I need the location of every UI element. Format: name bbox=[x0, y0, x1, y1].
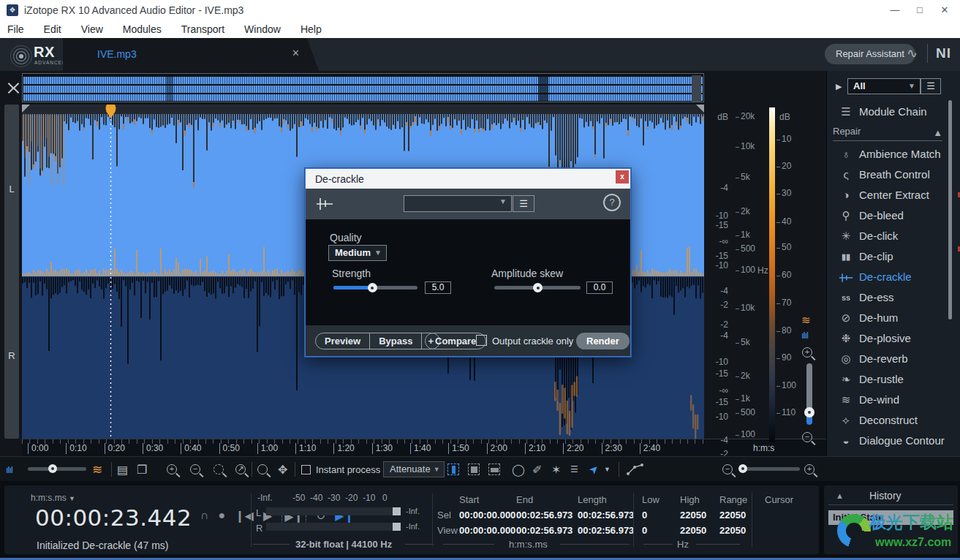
blend-slider[interactable] bbox=[28, 467, 86, 471]
sidebar-item-breath-control[interactable]: ςBreath Control bbox=[827, 164, 948, 185]
spectrogram-view-icon[interactable]: ≋ bbox=[801, 314, 811, 327]
gain-node-tool-icon[interactable] bbox=[626, 457, 645, 482]
sidebar-item-dialogue-contour[interactable]: ◒Dialogue Contour bbox=[827, 431, 948, 451]
repair-assistant-icon[interactable]: ∿ bbox=[907, 45, 918, 61]
spectrogram-color-scale[interactable] bbox=[769, 107, 775, 442]
output-crackle-only-checkbox[interactable] bbox=[476, 335, 487, 346]
maximize-button[interactable]: □ bbox=[909, 3, 931, 18]
time-format-dropdown[interactable]: h:m:s.ms ▼ bbox=[31, 493, 75, 503]
playhead-time-display[interactable]: 00:00:23.442 bbox=[35, 504, 192, 531]
close-button[interactable]: ✕ bbox=[934, 3, 956, 18]
waveform-view-icon[interactable]: ılıl bbox=[801, 330, 808, 341]
blend-slider-thumb[interactable] bbox=[48, 464, 57, 473]
sidebar-item-de-reverb[interactable]: ◎De-reverb bbox=[827, 349, 948, 369]
time-frequency-selection-tool[interactable] bbox=[468, 457, 480, 482]
sidebar-item-deconstruct[interactable]: ⟡Deconstruct bbox=[827, 410, 948, 431]
expand-chevron-icon[interactable] bbox=[8, 87, 20, 99]
module-filter-dropdown[interactable]: All ▼ bbox=[847, 78, 921, 94]
comments-panel-icon[interactable]: ❐ bbox=[137, 457, 147, 482]
sidebar-item-ambience-match[interactable]: ♁Ambience Match bbox=[827, 144, 948, 164]
record-icon[interactable]: ● bbox=[219, 509, 226, 524]
sidebar-play-icon[interactable]: ▶ bbox=[836, 82, 842, 91]
collapse-triangle-icon[interactable]: ▲ bbox=[933, 127, 942, 138]
frequency-selection-tool[interactable] bbox=[488, 457, 500, 482]
ambience-match-icon: ♁ bbox=[837, 144, 855, 164]
sidebar-item-de-bleed[interactable]: ⚲De-bleed bbox=[827, 205, 948, 226]
sidebar-item-de-rustle[interactable]: ❧De-rustle bbox=[827, 369, 948, 390]
zoom-out-vertical-icon[interactable]: − bbox=[802, 432, 812, 445]
menu-view[interactable]: View bbox=[81, 23, 103, 35]
sidebar-item-de-crackle[interactable]: De-crackle bbox=[827, 267, 948, 287]
overview-minimap[interactable] bbox=[22, 73, 704, 102]
notes-panel-icon[interactable]: ▤ bbox=[117, 457, 128, 482]
find-similar-icon[interactable] bbox=[257, 457, 268, 482]
render-button[interactable]: Render bbox=[576, 333, 630, 349]
sidebar-scrollbar[interactable] bbox=[948, 100, 952, 319]
preset-menu-button[interactable]: ☰ bbox=[513, 195, 534, 212]
instant-process-checkbox[interactable] bbox=[301, 457, 311, 482]
monitor-headphones-icon[interactable]: ∩ bbox=[200, 509, 209, 524]
channel-strip[interactable]: L R bbox=[4, 105, 19, 439]
adjust-lists-icon[interactable]: ☰ bbox=[570, 457, 578, 482]
waveform-blend-icon[interactable]: ılıl bbox=[6, 457, 12, 482]
time-selection-tool[interactable] bbox=[447, 457, 459, 482]
menu-file[interactable]: File bbox=[7, 23, 24, 35]
quality-dropdown[interactable]: Medium ▼ bbox=[328, 245, 387, 261]
vertical-zoom-slider-thumb[interactable] bbox=[804, 407, 815, 417]
zoom-out-icon[interactable]: − bbox=[190, 457, 200, 482]
spectrogram-settings-icon[interactable]: ≋ bbox=[92, 457, 102, 482]
menu-help[interactable]: Help bbox=[301, 23, 322, 35]
repair-assistant-button[interactable]: Repair Assistant bbox=[825, 44, 915, 64]
magic-wand-tool-icon[interactable]: ✶ bbox=[551, 457, 561, 482]
dialog-close-button[interactable]: x bbox=[616, 170, 629, 183]
history-collapse-icon[interactable]: ▲ bbox=[836, 491, 844, 500]
timeline-zoom-slider[interactable] bbox=[738, 467, 800, 471]
time-ruler[interactable]: h:m:s 0:000:100:200:300:400:501:001:101:… bbox=[22, 439, 826, 457]
preset-dropdown[interactable]: ▼ bbox=[404, 195, 512, 212]
bypass-button[interactable]: Bypass bbox=[370, 333, 422, 349]
timeline-zoom-slider-thumb[interactable] bbox=[738, 464, 747, 473]
freq-tick: 1k bbox=[741, 230, 750, 240]
sidebar-item-de-click[interactable]: ✳De-click bbox=[827, 226, 948, 246]
sidebar-item-de-plosive[interactable]: ❉De-plosive bbox=[827, 328, 948, 349]
menu-window[interactable]: Window bbox=[244, 23, 281, 35]
preview-button[interactable]: Preview bbox=[316, 333, 370, 349]
sidebar-item-de-hum[interactable]: ⊘De-hum bbox=[827, 308, 948, 328]
zoom-in-icon[interactable]: + bbox=[167, 457, 177, 482]
timeline-zoom-out-icon[interactable]: − bbox=[722, 457, 733, 482]
channel-right-label[interactable]: R bbox=[4, 350, 19, 361]
lasso-tool-icon[interactable]: ◯ bbox=[512, 457, 525, 482]
sidebar-item-de-wind[interactable]: ≋De-wind bbox=[827, 390, 948, 410]
tab-close-icon[interactable]: ✕ bbox=[292, 48, 300, 58]
channel-left-label[interactable]: L bbox=[4, 183, 19, 194]
feather-dropdown-icon[interactable]: ▼ bbox=[604, 457, 611, 482]
module-menu-button[interactable]: ☰ bbox=[921, 78, 941, 94]
sidebar-item-center-extract[interactable]: ◑Center Extract bbox=[827, 185, 948, 205]
sidebar-item-de-clip[interactable]: ▮▮De-clip bbox=[827, 246, 948, 267]
dialog-title-bar[interactable]: De-crackle x bbox=[306, 169, 630, 189]
menu-transport[interactable]: Transport bbox=[181, 23, 224, 35]
amplitude-skew-value-field[interactable]: 0.0 bbox=[586, 281, 613, 294]
strength-value-field[interactable]: 5.0 bbox=[425, 281, 451, 294]
sidebar-item-de-ess[interactable]: ssDe-ess bbox=[827, 287, 948, 308]
help-button[interactable]: ? bbox=[603, 194, 621, 211]
attenuate-dropdown[interactable]: Attenuate ▼ bbox=[383, 461, 445, 477]
feather-tool-icon[interactable]: ➤ bbox=[582, 458, 606, 482]
amplitude-skew-slider[interactable] bbox=[494, 286, 581, 290]
strength-slider[interactable] bbox=[333, 286, 417, 290]
zoom-selection-icon[interactable] bbox=[213, 457, 224, 482]
repair-section-header[interactable]: Repair ▲ bbox=[833, 124, 942, 141]
minimize-button[interactable]: — bbox=[884, 3, 906, 18]
timeline-zoom-in-icon[interactable]: + bbox=[804, 457, 815, 482]
amplitude-skew-slider-thumb[interactable] bbox=[533, 283, 543, 292]
zoom-in-vertical-icon[interactable]: + bbox=[802, 347, 812, 360]
menu-edit[interactable]: Edit bbox=[44, 23, 61, 35]
sidebar-item-module-chain[interactable]: ☰ Module Chain bbox=[827, 102, 948, 122]
freq-tick-mark bbox=[736, 249, 739, 250]
strength-slider-thumb[interactable] bbox=[368, 283, 377, 292]
brush-tool-icon[interactable]: ✐ bbox=[532, 457, 542, 482]
zoom-fit-icon[interactable]: ↗ bbox=[235, 457, 246, 482]
pan-hand-icon[interactable]: ✥ bbox=[278, 457, 287, 482]
tab-audio-file[interactable]: IVE.mp3 ✕ bbox=[63, 38, 319, 71]
menu-modules[interactable]: Modules bbox=[123, 23, 162, 35]
